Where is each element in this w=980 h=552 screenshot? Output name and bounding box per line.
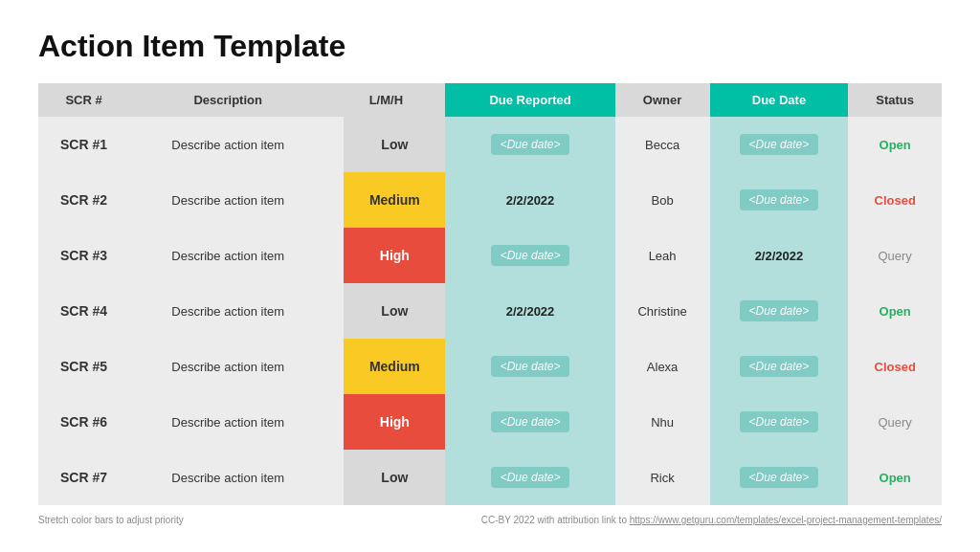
due-date-cell: <Due date> bbox=[710, 450, 849, 505]
status-cell: Query bbox=[848, 394, 942, 450]
description-cell: Describe action item bbox=[129, 228, 326, 283]
priority-label: Medium bbox=[344, 172, 445, 228]
priority-bar bbox=[326, 339, 344, 394]
priority-bar bbox=[326, 228, 344, 283]
priority-cell: High bbox=[326, 228, 445, 283]
page-title: Action Item Template bbox=[38, 29, 942, 64]
column-header-due-reported: Due Reported bbox=[445, 83, 614, 117]
due-date-cell: <Due date> bbox=[710, 394, 849, 450]
table-row: SCR #3Describe action itemHigh<Due date>… bbox=[38, 228, 942, 283]
priority-label: High bbox=[344, 228, 445, 283]
priority-bar bbox=[326, 172, 344, 228]
owner-cell: Christine bbox=[615, 283, 710, 339]
due-date-cell: <Due date> bbox=[710, 117, 849, 172]
footer-link[interactable]: https://www.getguru.com/templates/excel-… bbox=[630, 515, 942, 525]
due-date-cell: <Due date> bbox=[710, 339, 849, 394]
scr-number: SCR #5 bbox=[38, 339, 129, 394]
column-header-due-date: Due Date bbox=[710, 83, 849, 117]
priority-cell: Low bbox=[326, 117, 445, 172]
description-cell: Describe action item bbox=[129, 450, 326, 505]
priority-label: High bbox=[344, 394, 445, 450]
scr-number: SCR #6 bbox=[38, 394, 129, 450]
scr-number: SCR #1 bbox=[38, 117, 129, 172]
due-reported-cell: 2/2/2022 bbox=[445, 172, 614, 228]
column-header-scr-#: SCR # bbox=[38, 83, 129, 117]
status-cell: Open bbox=[848, 283, 942, 339]
owner-cell: Nhu bbox=[615, 394, 710, 450]
column-header-owner: Owner bbox=[615, 83, 710, 117]
table-row: SCR #4Describe action itemLow2/2/2022Chr… bbox=[38, 283, 942, 339]
priority-label: Medium bbox=[344, 339, 445, 394]
owner-cell: Bob bbox=[615, 172, 710, 228]
priority-bar bbox=[326, 283, 344, 339]
action-item-table: SCR #DescriptionL/M/HDue ReportedOwnerDu… bbox=[38, 83, 942, 505]
due-reported-cell: <Due date> bbox=[445, 450, 614, 505]
footer-note: Stretch color bars to adjust priority bbox=[38, 515, 184, 525]
table-row: SCR #2Describe action itemMedium2/2/2022… bbox=[38, 172, 942, 228]
column-header-l/m/h: L/M/H bbox=[326, 83, 445, 117]
description-cell: Describe action item bbox=[129, 117, 326, 172]
due-date-cell: 2/2/2022 bbox=[710, 228, 849, 283]
owner-cell: Leah bbox=[615, 228, 710, 283]
footer-attribution: CC-BY 2022 with attribution link to http… bbox=[481, 515, 942, 525]
table-row: SCR #5Describe action itemMedium<Due dat… bbox=[38, 339, 942, 394]
description-cell: Describe action item bbox=[129, 172, 326, 228]
priority-label: Low bbox=[344, 117, 445, 172]
column-header-status: Status bbox=[848, 83, 942, 117]
scr-number: SCR #4 bbox=[38, 283, 129, 339]
priority-cell: High bbox=[326, 394, 445, 450]
status-cell: Open bbox=[848, 450, 942, 505]
priority-label: Low bbox=[344, 283, 445, 339]
description-cell: Describe action item bbox=[129, 283, 326, 339]
due-date-cell: <Due date> bbox=[710, 172, 849, 228]
scr-number: SCR #2 bbox=[38, 172, 129, 228]
status-cell: Open bbox=[848, 117, 942, 172]
status-cell: Query bbox=[848, 228, 942, 283]
column-header-description: Description bbox=[129, 83, 326, 117]
scr-number: SCR #7 bbox=[38, 450, 129, 505]
table-row: SCR #6Describe action itemHigh<Due date>… bbox=[38, 394, 942, 450]
description-cell: Describe action item bbox=[129, 339, 326, 394]
table-row: SCR #1Describe action itemLow<Due date>B… bbox=[38, 117, 942, 172]
due-reported-cell: <Due date> bbox=[445, 228, 614, 283]
owner-cell: Rick bbox=[615, 450, 710, 505]
due-reported-cell: <Due date> bbox=[445, 339, 614, 394]
due-reported-cell: 2/2/2022 bbox=[445, 283, 614, 339]
priority-cell: Low bbox=[326, 283, 445, 339]
priority-bar bbox=[326, 394, 344, 450]
scr-number: SCR #3 bbox=[38, 228, 129, 283]
status-cell: Closed bbox=[848, 172, 942, 228]
status-cell: Closed bbox=[848, 339, 942, 394]
owner-cell: Becca bbox=[615, 117, 710, 172]
description-cell: Describe action item bbox=[129, 394, 326, 450]
priority-cell: Low bbox=[326, 450, 445, 505]
priority-label: Low bbox=[344, 450, 445, 505]
due-date-cell: <Due date> bbox=[710, 283, 849, 339]
priority-bar bbox=[326, 117, 344, 172]
priority-cell: Medium bbox=[326, 172, 445, 228]
due-reported-cell: <Due date> bbox=[445, 394, 614, 450]
priority-cell: Medium bbox=[326, 339, 445, 394]
priority-bar bbox=[326, 450, 344, 505]
due-reported-cell: <Due date> bbox=[445, 117, 614, 172]
owner-cell: Alexa bbox=[615, 339, 710, 394]
footer: Stretch color bars to adjust priority CC… bbox=[38, 515, 942, 525]
table-row: SCR #7Describe action itemLow<Due date>R… bbox=[38, 450, 942, 505]
